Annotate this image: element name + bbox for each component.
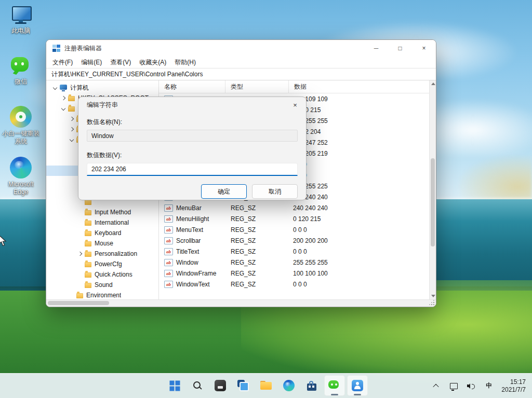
tree-item-label: Input Method <box>95 209 131 216</box>
registry-value-row[interactable]: abScrollbarREG_SZ200 200 200 <box>159 235 429 246</box>
tray-overflow-button[interactable] <box>428 377 444 395</box>
horizontal-scrollbar[interactable] <box>46 299 436 307</box>
tree-item-input-method[interactable]: Input Method <box>46 207 158 217</box>
expand-chevron-icon[interactable] <box>68 126 75 133</box>
cancel-button[interactable]: 取消 <box>252 184 298 199</box>
value-name-field[interactable] <box>87 130 298 142</box>
network-tray-button[interactable] <box>445 377 462 395</box>
minimize-button[interactable]: ─ <box>364 40 388 57</box>
dark-app-icon <box>215 380 226 391</box>
maximize-button[interactable]: □ <box>388 40 412 57</box>
value-data: 0 120 215 <box>289 106 429 114</box>
registry-value-row[interactable]: abWindowREG_SZ255 255 255 <box>159 257 429 268</box>
value-name: WindowText <box>176 281 210 288</box>
tree-item-label: PowerCfg <box>95 260 122 268</box>
reg-sz-icon: ab <box>164 248 173 255</box>
registry-value-row[interactable]: abTitleTextREG_SZ0 0 0 <box>159 246 429 257</box>
scroll-down-arrow-icon[interactable] <box>431 295 435 297</box>
desktop-icon-wechat[interactable]: 微信 <box>1 56 41 86</box>
chevron-up-icon <box>433 383 439 389</box>
tree-item-mouse[interactable]: Mouse <box>46 238 158 249</box>
tree-item-quick-actions[interactable]: Quick Actions <box>46 269 158 280</box>
value-data: 240 240 240 <box>289 194 429 201</box>
desktop-icon-this-pc[interactable]: 此电脑 <box>1 5 41 35</box>
store-icon <box>307 383 316 391</box>
value-type: REG_SZ <box>225 226 289 234</box>
resize-grip[interactable] <box>433 304 434 305</box>
menu-favorites[interactable]: 收藏夹(A) <box>135 57 170 68</box>
column-header-data[interactable]: 数据 <box>289 80 429 93</box>
close-button[interactable]: × <box>412 40 436 57</box>
value-data: 200 200 200 <box>289 237 429 244</box>
tree-item-personalization[interactable]: Personalization <box>46 249 158 259</box>
expand-chevron-icon[interactable] <box>68 115 75 122</box>
collapse-chevron-icon[interactable] <box>51 84 59 91</box>
value-data-input[interactable] <box>87 163 298 176</box>
tree-item-international[interactable]: International <box>46 217 158 228</box>
regedit-titlebar[interactable]: 注册表编辑器 ─ □ × <box>46 40 436 57</box>
tree-item-powercfg[interactable]: PowerCfg <box>46 259 158 269</box>
hscrollbar-thumb[interactable] <box>48 301 109 305</box>
registry-value-row[interactable]: abMenuTextREG_SZ0 0 0 <box>159 224 429 235</box>
taskbar-button-edge[interactable] <box>278 375 299 396</box>
value-data: 0 0 0 <box>289 161 429 168</box>
scrollbar-thumb[interactable] <box>431 158 435 246</box>
column-header-name[interactable]: 名称 <box>159 80 225 93</box>
tree-item-sound[interactable]: Sound <box>46 280 158 290</box>
tree-item[interactable]: 计算机 <box>46 83 158 93</box>
value-name: MenuBar <box>176 204 202 212</box>
volume-tray-button[interactable] <box>463 377 480 395</box>
value-type: REG_SZ <box>225 237 289 244</box>
menu-help[interactable]: 帮助(H) <box>170 57 200 68</box>
menu-edit[interactable]: 编辑(E) <box>77 57 106 68</box>
mouse-cursor <box>0 235 7 249</box>
value-data: 0 102 204 <box>289 128 429 135</box>
twisty-spacer <box>76 271 84 278</box>
tree-item-keyboard[interactable]: Keyboard <box>46 228 158 238</box>
taskbar-button-dark-app[interactable] <box>210 375 231 396</box>
taskbar-button-task-view[interactable] <box>233 375 254 396</box>
folder-icon <box>76 293 83 298</box>
collapse-chevron-icon[interactable] <box>60 105 67 112</box>
file-explorer-icon <box>260 381 272 390</box>
ime-indicator[interactable]: 中 <box>481 377 497 395</box>
address-bar-input[interactable] <box>46 68 436 80</box>
dialog-close-button[interactable]: × <box>284 97 306 113</box>
folder-icon <box>85 221 91 226</box>
registry-value-row[interactable]: abWindowFrameREG_SZ100 100 100 <box>159 268 429 279</box>
collapse-chevron-icon[interactable] <box>68 136 75 143</box>
taskbar-button-search[interactable] <box>187 375 208 396</box>
ok-button[interactable]: 确定 <box>201 184 247 199</box>
registry-value-row[interactable]: abWindowTextREG_SZ0 0 0 <box>159 279 429 290</box>
desktop-icon-xiaobai[interactable]: 小白一键重装系统 <box>1 106 41 145</box>
taskbar-button-blue-app[interactable] <box>347 375 368 396</box>
registry-value-row[interactable]: abMenuHilightREG_SZ0 120 215 <box>159 213 429 224</box>
expand-chevron-icon[interactable] <box>60 94 67 102</box>
wechat-icon <box>328 380 341 391</box>
menu-view[interactable]: 查看(V) <box>106 57 135 68</box>
tree-item-environment[interactable]: Environment <box>46 290 158 299</box>
desktop-icon-label: 此电脑 <box>2 27 40 35</box>
vertical-scrollbar[interactable] <box>429 80 436 299</box>
taskbar: 中 15:17 2021/7/7 <box>0 373 532 398</box>
twisty-spacer <box>76 219 84 226</box>
folder-icon <box>68 106 75 112</box>
expand-chevron-icon[interactable] <box>76 250 84 257</box>
registry-value-row[interactable]: abMenuBarREG_SZ240 240 240 <box>159 202 429 213</box>
taskbar-button-start[interactable] <box>164 375 185 396</box>
dialog-titlebar[interactable]: 编辑字符串 × <box>78 97 306 113</box>
clock-time: 15:17 <box>501 378 526 386</box>
window-title: 注册表编辑器 <box>64 44 102 53</box>
taskbar-clock[interactable]: 15:17 2021/7/7 <box>498 378 529 394</box>
tree-item-label: Keyboard <box>95 229 121 237</box>
menu-file[interactable]: 文件(F) <box>48 57 77 68</box>
column-header-type[interactable]: 类型 <box>225 80 289 93</box>
reg-sz-icon: ab <box>164 237 173 244</box>
menu-bar: 文件(F)编辑(E)查看(V)收藏夹(A)帮助(H) <box>46 57 436 68</box>
taskbar-button-wechat[interactable] <box>324 375 345 396</box>
taskbar-button-store[interactable] <box>301 375 322 396</box>
desktop-icon-edge[interactable]: Microsoft Edge <box>1 157 41 196</box>
taskbar-button-file-explorer[interactable] <box>256 375 276 396</box>
edit-string-dialog: 编辑字符串 × 数值名称(N): 数值数据(V): 确定 取消 <box>78 97 307 200</box>
scroll-up-arrow-icon[interactable] <box>431 83 435 85</box>
